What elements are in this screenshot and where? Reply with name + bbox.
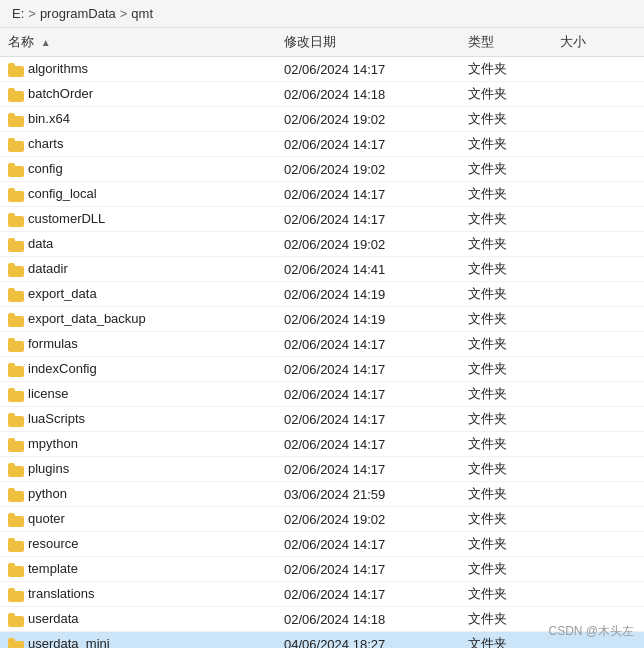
file-name-label: quoter bbox=[28, 511, 65, 526]
file-name-cell: luaScripts bbox=[0, 407, 276, 432]
file-name-label: template bbox=[28, 561, 78, 576]
table-row[interactable]: datadir02/06/2024 14:41文件夹 bbox=[0, 257, 644, 282]
table-row[interactable]: data02/06/2024 19:02文件夹 bbox=[0, 232, 644, 257]
col-header-date[interactable]: 修改日期 bbox=[276, 28, 460, 57]
folder-icon bbox=[8, 113, 24, 127]
file-date-cell: 02/06/2024 14:41 bbox=[276, 257, 460, 282]
folder-icon bbox=[8, 313, 24, 327]
file-table: 名称 ▲ 修改日期 类型 大小 algorithms02/06/2024 14:… bbox=[0, 28, 644, 648]
file-size-cell bbox=[552, 307, 644, 332]
table-row[interactable]: python03/06/2024 21:59文件夹 bbox=[0, 482, 644, 507]
table-row[interactable]: customerDLL02/06/2024 14:17文件夹 bbox=[0, 207, 644, 232]
sort-arrow-name: ▲ bbox=[41, 37, 51, 48]
folder-icon bbox=[8, 363, 24, 377]
file-name-cell: template bbox=[0, 557, 276, 582]
folder-icon bbox=[8, 563, 24, 577]
file-name-cell: config bbox=[0, 157, 276, 182]
file-date-cell: 02/06/2024 14:17 bbox=[276, 582, 460, 607]
file-size-cell bbox=[552, 232, 644, 257]
table-row[interactable]: bin.x6402/06/2024 19:02文件夹 bbox=[0, 107, 644, 132]
file-size-cell bbox=[552, 407, 644, 432]
file-size-cell bbox=[552, 532, 644, 557]
file-date-cell: 03/06/2024 21:59 bbox=[276, 482, 460, 507]
table-row[interactable]: mpython02/06/2024 14:17文件夹 bbox=[0, 432, 644, 457]
file-name-label: bin.x64 bbox=[28, 111, 70, 126]
file-type-cell: 文件夹 bbox=[460, 107, 552, 132]
breadcrumb-drive[interactable]: E: bbox=[12, 6, 24, 21]
file-name-label: plugins bbox=[28, 461, 69, 476]
file-type-cell: 文件夹 bbox=[460, 132, 552, 157]
file-type-cell: 文件夹 bbox=[460, 232, 552, 257]
folder-icon bbox=[8, 488, 24, 502]
table-row[interactable]: quoter02/06/2024 19:02文件夹 bbox=[0, 507, 644, 532]
folder-icon bbox=[8, 163, 24, 177]
file-size-cell bbox=[552, 207, 644, 232]
table-row[interactable]: formulas02/06/2024 14:17文件夹 bbox=[0, 332, 644, 357]
table-row[interactable]: batchOrder02/06/2024 14:18文件夹 bbox=[0, 82, 644, 107]
file-size-cell bbox=[552, 357, 644, 382]
file-date-cell: 02/06/2024 19:02 bbox=[276, 107, 460, 132]
col-header-name[interactable]: 名称 ▲ bbox=[0, 28, 276, 57]
file-list-container: 名称 ▲ 修改日期 类型 大小 algorithms02/06/2024 14:… bbox=[0, 28, 644, 648]
file-date-cell: 02/06/2024 14:19 bbox=[276, 307, 460, 332]
table-row[interactable]: export_data_backup02/06/2024 14:19文件夹 bbox=[0, 307, 644, 332]
file-date-cell: 02/06/2024 14:17 bbox=[276, 432, 460, 457]
file-date-cell: 02/06/2024 14:17 bbox=[276, 57, 460, 82]
file-name-cell: batchOrder bbox=[0, 82, 276, 107]
table-row[interactable]: plugins02/06/2024 14:17文件夹 bbox=[0, 457, 644, 482]
file-name-cell: charts bbox=[0, 132, 276, 157]
file-size-cell bbox=[552, 382, 644, 407]
file-type-cell: 文件夹 bbox=[460, 382, 552, 407]
file-name-cell: userdata bbox=[0, 607, 276, 632]
file-name-label: resource bbox=[28, 536, 79, 551]
file-size-cell bbox=[552, 432, 644, 457]
file-name-label: data bbox=[28, 236, 53, 251]
folder-icon bbox=[8, 288, 24, 302]
table-row[interactable]: indexConfig02/06/2024 14:17文件夹 bbox=[0, 357, 644, 382]
file-name-label: userdata_mini bbox=[28, 636, 110, 648]
col-header-type[interactable]: 类型 bbox=[460, 28, 552, 57]
folder-icon bbox=[8, 238, 24, 252]
file-type-cell: 文件夹 bbox=[460, 582, 552, 607]
file-name-cell: bin.x64 bbox=[0, 107, 276, 132]
file-type-cell: 文件夹 bbox=[460, 82, 552, 107]
file-size-cell bbox=[552, 132, 644, 157]
file-type-cell: 文件夹 bbox=[460, 432, 552, 457]
file-size-cell bbox=[552, 332, 644, 357]
breadcrumb-level1[interactable]: programData bbox=[40, 6, 116, 21]
table-row[interactable]: charts02/06/2024 14:17文件夹 bbox=[0, 132, 644, 157]
file-date-cell: 02/06/2024 14:17 bbox=[276, 357, 460, 382]
table-row[interactable]: resource02/06/2024 14:17文件夹 bbox=[0, 532, 644, 557]
file-date-cell: 02/06/2024 14:17 bbox=[276, 332, 460, 357]
breadcrumb-level2[interactable]: qmt bbox=[131, 6, 153, 21]
table-row[interactable]: userdata_mini04/06/2024 18:27文件夹 bbox=[0, 632, 644, 649]
col-header-size[interactable]: 大小 bbox=[552, 28, 644, 57]
table-row[interactable]: userdata02/06/2024 14:18文件夹 bbox=[0, 607, 644, 632]
file-type-cell: 文件夹 bbox=[460, 307, 552, 332]
table-row[interactable]: export_data02/06/2024 14:19文件夹 bbox=[0, 282, 644, 307]
table-row[interactable]: translations02/06/2024 14:17文件夹 bbox=[0, 582, 644, 607]
table-row[interactable]: config_local02/06/2024 14:17文件夹 bbox=[0, 182, 644, 207]
file-name-cell: config_local bbox=[0, 182, 276, 207]
file-name-cell: indexConfig bbox=[0, 357, 276, 382]
file-type-cell: 文件夹 bbox=[460, 357, 552, 382]
file-date-cell: 02/06/2024 14:18 bbox=[276, 607, 460, 632]
file-name-cell: python bbox=[0, 482, 276, 507]
table-row[interactable]: template02/06/2024 14:17文件夹 bbox=[0, 557, 644, 582]
file-type-cell: 文件夹 bbox=[460, 482, 552, 507]
file-name-label: luaScripts bbox=[28, 411, 85, 426]
file-date-cell: 02/06/2024 14:18 bbox=[276, 82, 460, 107]
file-type-cell: 文件夹 bbox=[460, 257, 552, 282]
folder-icon bbox=[8, 88, 24, 102]
folder-icon bbox=[8, 388, 24, 402]
table-row[interactable]: luaScripts02/06/2024 14:17文件夹 bbox=[0, 407, 644, 432]
file-type-cell: 文件夹 bbox=[460, 557, 552, 582]
file-name-label: datadir bbox=[28, 261, 68, 276]
table-row[interactable]: algorithms02/06/2024 14:17文件夹 bbox=[0, 57, 644, 82]
file-size-cell bbox=[552, 82, 644, 107]
table-row[interactable]: config02/06/2024 19:02文件夹 bbox=[0, 157, 644, 182]
file-type-cell: 文件夹 bbox=[460, 207, 552, 232]
folder-icon bbox=[8, 138, 24, 152]
table-row[interactable]: license02/06/2024 14:17文件夹 bbox=[0, 382, 644, 407]
folder-icon bbox=[8, 638, 24, 648]
